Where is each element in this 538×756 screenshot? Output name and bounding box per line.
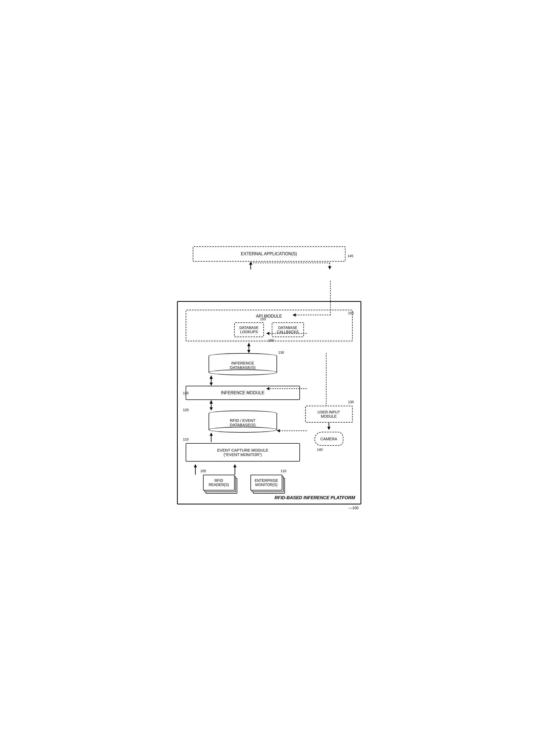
svg-marker-3 <box>328 266 331 269</box>
api-module-section: API MODULE DATABASE LOOKUPS 155 DATABASE… <box>186 310 352 341</box>
api-module-title: API MODULE <box>190 314 349 319</box>
ref-155: 155 <box>260 317 266 321</box>
ref-150: 150 <box>348 311 354 315</box>
arrow-ext-app <box>177 261 361 269</box>
rfid-reader-stack: 105 RFID READER(S) <box>203 475 235 491</box>
inference-module-section: 125 INFERENCE MODULE <box>186 386 300 400</box>
svg-marker-15 <box>210 433 213 436</box>
bottom-devices: 105 RFID READER(S) <box>186 475 300 491</box>
arrow-evtcap-rfiddb <box>186 433 300 443</box>
right-col: 135 USER INPUT MODULE 14 <box>305 353 352 491</box>
platform-box: API MODULE DATABASE LOOKUPS 155 DATABASE… <box>177 301 361 504</box>
svg-arrow-camera <box>305 423 352 432</box>
camera-section: 140 CAMERA <box>314 432 344 446</box>
svg-bi-arrow2 <box>177 400 309 410</box>
arrow-uim-camera <box>305 423 352 432</box>
right-spacer-top <box>305 353 352 406</box>
ref-125: 125 <box>183 391 189 395</box>
ref-130: 130 <box>278 351 284 354</box>
svg-marker-12 <box>210 400 213 404</box>
user-input-module-box: USER INPUT MODULE <box>305 406 352 423</box>
platform-ref: —100 <box>177 506 359 510</box>
ref-145: 145 <box>348 254 353 258</box>
ref-120: 120 <box>183 408 189 412</box>
svg-marker-9 <box>210 375 213 379</box>
svg-marker-6 <box>247 343 250 346</box>
full-diagram: EXTERNAL APPLICATION(S) 145 <box>177 246 361 510</box>
camera-box: CAMERA <box>314 432 344 446</box>
ref-110: 110 <box>281 469 287 473</box>
inference-db-section: 130 INFERENCE DATABASE(S) <box>186 353 300 375</box>
svg-right-arrows <box>305 353 358 406</box>
db-callbacks-box: DATABASE CALLBACKS 160 <box>272 322 304 337</box>
left-col: 130 INFERENCE DATABASE(S) <box>186 353 300 491</box>
main-split: 130 INFERENCE DATABASE(S) <box>186 353 352 491</box>
ref-140: 140 <box>317 448 323 451</box>
event-capture-box: EVENT CAPTURE MODULE ("EVENT MONITOR") <box>186 443 300 461</box>
arrow-infmod-rfiddb <box>186 400 300 410</box>
ref-135: 135 <box>348 400 354 404</box>
svg-arrow-up1 <box>177 433 309 443</box>
arrow-infdb-infmod <box>186 375 300 386</box>
inference-db-cylinder: INFERENCE DATABASE(S) <box>209 353 277 375</box>
svg-marker-10 <box>210 383 213 386</box>
svg-marker-17 <box>194 464 197 467</box>
event-capture-section: 115 EVENT CAPTURE MODULE ("EVENT MONITOR… <box>186 443 300 461</box>
ref-105: 105 <box>200 469 206 473</box>
svg-arrows-bottom <box>177 461 309 475</box>
external-app-label: EXTERNAL APPLICATION(S) <box>241 252 297 256</box>
ref-160: 160 <box>268 338 274 342</box>
svg-marker-19 <box>233 464 237 467</box>
diagram-container: EXTERNAL APPLICATION(S) 145 <box>177 246 361 510</box>
rfid-db-section: 120 RFID / EVENT DATABASE(S) <box>186 410 300 433</box>
arrow-svg-api-infdb <box>186 343 370 353</box>
api-sub-boxes: DATABASE LOOKUPS 155 DATABASE CALLBACKS … <box>190 322 349 337</box>
ref-115: 115 <box>183 437 189 441</box>
arrow-api-infdb <box>186 343 352 353</box>
platform-label: RFID-BASED INFERENCE PLATFORM <box>275 495 355 500</box>
svg-marker-13 <box>210 407 213 410</box>
inference-module-box: INFERENCE MODULE <box>186 386 300 400</box>
svg-marker-22 <box>327 427 331 430</box>
svg-bi-arrow1 <box>177 375 309 386</box>
arrow-svg-top <box>177 261 361 269</box>
enterprise-monitor-stack: 110 ENTERPRISE MONITOR(S) <box>250 475 282 491</box>
user-input-section: 135 USER INPUT MODULE <box>305 406 352 423</box>
db-lookups-box: DATABASE LOOKUPS 155 <box>234 322 264 337</box>
rfid-db-cylinder: RFID / EVENT DATABASE(S) <box>209 410 277 433</box>
svg-marker-7 <box>247 350 250 353</box>
external-application-box: EXTERNAL APPLICATION(S) <box>193 246 346 261</box>
